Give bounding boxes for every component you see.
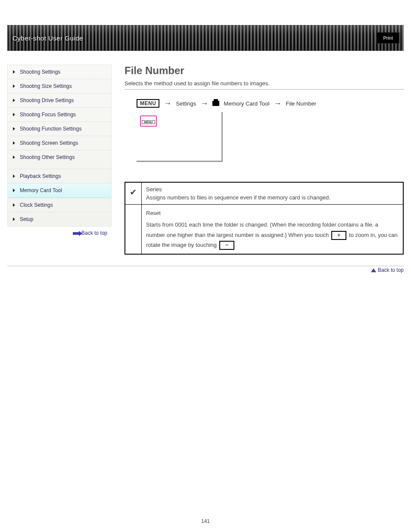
arrow-right-icon: → xyxy=(274,100,281,107)
chevron-right-icon xyxy=(13,174,15,178)
sidebar-item-label: Shooting Screen Settings xyxy=(20,140,78,146)
guide-title: Cyber-shot User Guide xyxy=(7,25,83,51)
sidebar-item-label: Shooting Size Settings xyxy=(20,83,72,89)
sidebar-item-playback[interactable]: Playback Settings xyxy=(8,169,111,183)
memory-card-icon xyxy=(212,101,219,106)
checkmark-icon: ✔ xyxy=(125,182,142,205)
sidebar-item-shooting-other[interactable]: Shooting Other Settings xyxy=(8,150,111,169)
sidebar-item-label: Shooting Drive Settings xyxy=(20,97,74,103)
sidebar-item-label: Setup xyxy=(20,216,33,222)
sidebar-item-label: Shooting Focus Settings xyxy=(20,112,76,118)
content-area: File Number Selects the method used to a… xyxy=(112,65,404,255)
back-to-top-link-side[interactable]: Back to top xyxy=(7,230,112,236)
page-title: File Number xyxy=(125,65,404,77)
arrow-right-icon: → xyxy=(164,100,171,107)
triangle-up-icon xyxy=(371,268,376,272)
sidebar: Shooting Settings Shooting Size Settings… xyxy=(7,65,112,227)
sidebar-item-memory-card-tool[interactable]: Memory Card Tool xyxy=(8,183,111,198)
path-step-settings: Settings xyxy=(176,100,196,107)
menu-path: MENU → Settings → Memory Card Tool → Fil… xyxy=(137,99,404,108)
plus-button-icon: + xyxy=(331,231,347,240)
chevron-right-icon xyxy=(13,113,15,116)
screen-mock: MENU xyxy=(137,112,223,162)
options-table: ✔ Series Assigns numbers to files in seq… xyxy=(125,182,404,255)
highlight-box: MENU xyxy=(140,115,157,127)
option-name: Reset xyxy=(146,208,399,218)
option-desc: Assigns numbers to files in sequence eve… xyxy=(146,194,399,201)
sidebar-item-setup[interactable]: Setup xyxy=(8,212,111,226)
header-band: Cyber-shot User Guide Print xyxy=(7,25,404,51)
sidebar-item-shooting-focus[interactable]: Shooting Focus Settings xyxy=(8,107,111,121)
chevron-right-icon xyxy=(13,189,15,192)
page-number: 141 xyxy=(0,518,411,524)
back-top-label: Back to top xyxy=(378,267,404,273)
path-step-memory: Memory Card Tool xyxy=(224,100,269,107)
sidebar-item-label: Shooting Settings xyxy=(20,69,60,75)
print-button[interactable]: Print xyxy=(377,32,399,44)
sidebar-item-label: Clock Settings xyxy=(20,202,53,208)
page-description: Selects the method used to assign file n… xyxy=(125,80,404,87)
menu-button-icon: MENU xyxy=(142,120,155,124)
option-desc: Starts from 0001 each time the folder is… xyxy=(146,220,399,250)
chevron-right-icon xyxy=(13,156,15,159)
sidebar-item-shooting-function[interactable]: Shooting Function Settings xyxy=(8,121,111,136)
path-step-file-number: File Number xyxy=(286,100,316,107)
sidebar-item-clock[interactable]: Clock Settings xyxy=(8,198,111,212)
sidebar-item-shooting-settings[interactable]: Shooting Settings xyxy=(8,65,111,79)
divider xyxy=(125,89,404,90)
option-name: Series xyxy=(146,186,399,193)
back-link-label: Back to top xyxy=(81,230,107,236)
arrow-right-icon xyxy=(73,232,80,235)
sidebar-item-shooting-drive[interactable]: Shooting Drive Settings xyxy=(8,93,111,107)
arrow-right-icon: → xyxy=(200,100,208,107)
sidebar-item-label: Playback Settings xyxy=(20,173,61,179)
sidebar-item-shooting-size[interactable]: Shooting Size Settings xyxy=(8,79,111,93)
chevron-right-icon xyxy=(13,203,15,207)
chevron-right-icon xyxy=(13,127,15,131)
sidebar-item-label: Memory Card Tool xyxy=(20,187,62,193)
chevron-right-icon xyxy=(13,84,15,88)
back-to-top-link-footer[interactable]: Back to top xyxy=(7,266,404,273)
chevron-right-icon xyxy=(13,218,15,221)
chevron-right-icon xyxy=(13,141,15,145)
minus-button-icon: − xyxy=(219,241,235,250)
table-cell-key xyxy=(125,205,142,254)
chevron-right-icon xyxy=(13,70,15,74)
sidebar-item-label: Shooting Other Settings xyxy=(20,154,75,160)
sidebar-item-shooting-screen[interactable]: Shooting Screen Settings xyxy=(8,136,111,150)
table-cell: Reset Starts from 0001 each time the fol… xyxy=(142,205,404,254)
menu-button-icon: MENU xyxy=(137,99,159,108)
table-cell: Series Assigns numbers to files in seque… xyxy=(142,182,404,205)
chevron-right-icon xyxy=(13,99,15,102)
sidebar-item-label: Shooting Function Settings xyxy=(20,126,81,132)
